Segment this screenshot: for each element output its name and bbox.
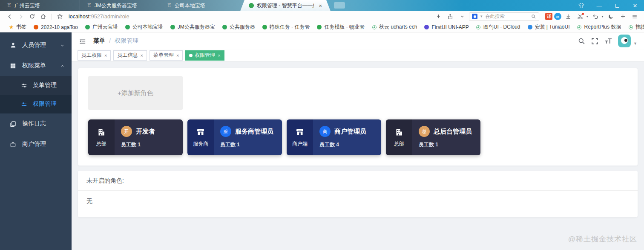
menu-icon[interactable] bbox=[630, 12, 640, 21]
add-role-button[interactable]: +添加新角色 bbox=[88, 76, 183, 110]
browser-tab-active[interactable]: 权限管理 - 智慧平台——总后台 × bbox=[240, 0, 331, 11]
theme-skin-icon[interactable] bbox=[572, 0, 590, 11]
lightning-icon[interactable] bbox=[433, 12, 443, 21]
forward-icon[interactable] bbox=[15, 12, 26, 21]
bookmark-label: 公共服务器 bbox=[230, 23, 255, 31]
bookmark-icon: ★ bbox=[424, 24, 429, 30]
close-button[interactable]: ✕ bbox=[626, 0, 644, 11]
browser-tab-2[interactable]: ♖ JM公共服务器宝塔 bbox=[80, 0, 160, 11]
new-tab-button[interactable] bbox=[334, 2, 345, 9]
url-field[interactable]: localhost:9527/admin/role bbox=[69, 14, 129, 20]
sidebar-fold-icon[interactable] bbox=[78, 37, 86, 45]
minimize-button[interactable]: — bbox=[590, 0, 608, 11]
search-icon[interactable] bbox=[578, 38, 585, 45]
fullscreen-icon[interactable] bbox=[591, 38, 598, 45]
bookmark-label: 广州云宝塔 bbox=[92, 23, 118, 31]
add-icon[interactable] bbox=[618, 12, 628, 21]
sidebar-item-staff[interactable]: 人员管理 bbox=[0, 35, 72, 55]
role-card[interactable]: 总部 开 开发者 员工数 1 bbox=[88, 119, 183, 155]
bookmark-item[interactable]: ★ 广州云宝塔 bbox=[81, 23, 121, 31]
proxy-extension-icon[interactable]: ∞ bbox=[554, 13, 561, 20]
notification-dot bbox=[582, 13, 584, 15]
quick-search-box[interactable]: ▼ 在此搜索 bbox=[469, 12, 539, 21]
role-card[interactable]: 总部 总 总后台管理员 员工数 1 bbox=[386, 119, 480, 155]
bookmark-item[interactable]: ★ ReportPlus 数据 bbox=[573, 23, 625, 31]
bookmark-item[interactable]: ★ 任务模板 - 物业管 bbox=[313, 23, 368, 31]
bookmarks-bar: ★ 书签 ★ 2022-10 agaToo ★ 广州云宝塔 ★ 公司本地宝塔 ★… bbox=[0, 22, 644, 32]
download-icon[interactable] bbox=[563, 12, 573, 21]
search-engine-caret-icon[interactable]: ▼ bbox=[480, 15, 483, 18]
undo-icon[interactable] bbox=[590, 12, 601, 21]
bookmark-icon: ★ bbox=[476, 24, 481, 30]
avatar-caret-icon[interactable]: ▼ bbox=[633, 41, 637, 46]
tag-close-icon[interactable]: × bbox=[140, 53, 143, 58]
bookmark-item[interactable]: ★ FirstUI UNI-APP bbox=[420, 24, 472, 30]
font-size-icon[interactable] bbox=[604, 38, 612, 44]
role-name: 服务商管理员 bbox=[235, 128, 273, 136]
bookmark-item[interactable]: ★ 特殊任务 - 任务管 bbox=[259, 23, 313, 31]
org-label: 商户端 bbox=[292, 140, 308, 148]
undo-caret-icon[interactable]: ▼ bbox=[601, 15, 604, 18]
translate-extension-icon[interactable]: 译 bbox=[545, 13, 552, 20]
sidebar-item-menu-manage[interactable]: 菜单管理 bbox=[0, 76, 72, 95]
sidebar-item-label: 人员管理 bbox=[22, 41, 46, 49]
user-avatar[interactable] bbox=[618, 35, 631, 47]
chevron-down-icon[interactable] bbox=[457, 12, 467, 21]
browser-tab-1[interactable]: ♖ 广州云宝塔 bbox=[0, 0, 80, 11]
active-dot bbox=[189, 54, 193, 57]
sidebar-item-permission-menu[interactable]: 权限菜单 bbox=[0, 55, 72, 76]
bookmark-item[interactable]: ★ 2022-10 agaToo bbox=[30, 24, 81, 30]
share-icon[interactable] bbox=[445, 12, 455, 21]
sidebar-item-role-manage[interactable]: 权限管理 bbox=[0, 95, 72, 113]
night-mode-icon[interactable] bbox=[606, 12, 616, 21]
bookmark-item[interactable]: ★ 拖拽排序组件 (d bbox=[624, 23, 644, 31]
tag-item[interactable]: 权限管理 × bbox=[185, 50, 224, 61]
tag-item[interactable]: 员工信息 × bbox=[113, 50, 147, 61]
screenshot-scissors-icon[interactable] bbox=[575, 12, 585, 21]
person-icon bbox=[9, 42, 17, 49]
role-name: 总后台管理员 bbox=[434, 128, 472, 136]
home-icon[interactable] bbox=[37, 12, 49, 21]
tab-close-icon[interactable]: × bbox=[319, 3, 322, 9]
tag-close-icon[interactable]: × bbox=[218, 53, 220, 58]
tag-close-icon[interactable]: × bbox=[104, 53, 107, 58]
tag-item[interactable]: 员工权限 × bbox=[78, 50, 111, 61]
tab-title: 公司本地宝塔 bbox=[175, 2, 233, 9]
bookmark-label: FirstUI UNI-APP bbox=[431, 24, 469, 30]
tags-view-bar: 员工权限 × 员工信息 × 菜单管理 × 权限管理 bbox=[72, 49, 644, 61]
tag-close-icon[interactable]: × bbox=[176, 53, 179, 58]
bookmark-item[interactable]: ★ JM公共服务器宝 bbox=[167, 23, 218, 31]
org-icon bbox=[96, 127, 106, 137]
back-icon[interactable] bbox=[4, 12, 15, 21]
scissors-caret-icon[interactable]: ▼ bbox=[586, 15, 589, 18]
bookmark-item[interactable]: ★ 书签 bbox=[5, 23, 30, 31]
bookmark-item[interactable]: ★ 公共服务器 bbox=[218, 23, 259, 31]
bookmark-item[interactable]: ★ 公司本地宝塔 bbox=[121, 23, 167, 31]
bookmark-star-icon[interactable] bbox=[54, 12, 65, 21]
org-label: 总部 bbox=[96, 140, 106, 148]
bookmark-icon: ★ bbox=[527, 24, 533, 30]
addressbar-tools: ▼ 在此搜索 译 ∞ ▼ ▼ bbox=[433, 12, 640, 21]
search-engine-icon[interactable] bbox=[472, 14, 477, 19]
role-card[interactable]: 服务商 服 服务商管理员 员工数 1 bbox=[187, 119, 282, 155]
sidebar: 人员管理 权限菜单 菜单管理 bbox=[0, 32, 72, 250]
bookmark-label: 书签 bbox=[16, 23, 26, 31]
refresh-icon[interactable] bbox=[26, 12, 37, 21]
bookmark-item[interactable]: ★ 图鸟UI - DCloud bbox=[472, 23, 524, 31]
sidebar-item-label: 权限管理 bbox=[33, 100, 57, 108]
tag-item[interactable]: 菜单管理 × bbox=[150, 50, 183, 61]
role-card[interactable]: 商户端 商 商户管理员 员工数 4 bbox=[287, 119, 381, 155]
role-info-section: 总 总后台管理员 员工数 1 bbox=[412, 119, 480, 155]
role-name: 商户管理员 bbox=[334, 128, 366, 136]
browser-tab-3[interactable]: ♖ 公司本地宝塔 bbox=[160, 0, 240, 11]
sidebar-item-merchant[interactable]: 商户管理 bbox=[0, 134, 72, 154]
maximize-button[interactable] bbox=[608, 0, 626, 11]
sidebar-item-logs[interactable]: 操作日志 bbox=[0, 113, 72, 134]
breadcrumb-root[interactable]: 菜单 bbox=[93, 37, 105, 45]
bookmark-item[interactable]: ★ 秋云 ucharts ech bbox=[368, 23, 420, 31]
bookmark-item[interactable]: ★ 安装 | TuniaoUI bbox=[524, 23, 573, 31]
role-avatar: 服 bbox=[220, 126, 231, 137]
role-staff-count: 员工数 1 bbox=[121, 141, 183, 148]
pagoda-favicon: ♖ bbox=[87, 3, 92, 8]
bookmark-icon: ★ bbox=[9, 24, 14, 30]
